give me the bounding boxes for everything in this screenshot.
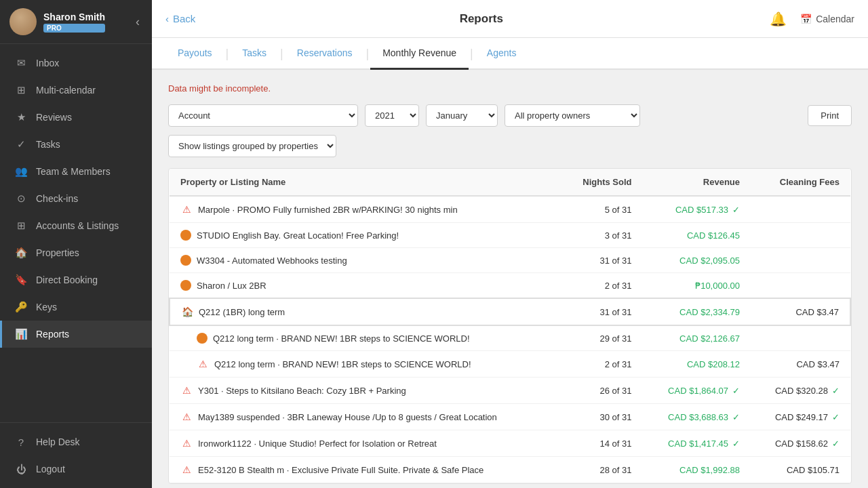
listing-name-text: May1389 suspended · 3BR Laneway House /U… — [198, 412, 497, 422]
revenue-value: CAD $2,334.79 — [679, 307, 740, 317]
nights-cell: 3 of 31 — [561, 223, 643, 248]
collapse-sidebar-button[interactable]: ‹ — [133, 12, 142, 32]
print-button[interactable]: Print — [808, 105, 852, 126]
cleaning-check-icon: ✓ — [832, 386, 840, 396]
sidebar-item-label: Tasks — [36, 139, 60, 150]
revenue-cell: CAD $126.45 — [643, 223, 751, 248]
nights-cell: 28 of 31 — [561, 457, 643, 483]
table-row: ⚠ Marpole · PROMO Fully furnished 2BR w/… — [170, 196, 850, 223]
cleaning-value: CAD $3.47 — [795, 307, 839, 317]
tab-monthly-revenue[interactable]: Monthly Revenue — [370, 38, 469, 70]
airbnb-icon — [180, 280, 191, 291]
listing-name-cell: ⚠ E52-3120 B Stealth m · Exclusive Priva… — [170, 457, 561, 483]
sidebar-item-label: Properties — [36, 247, 79, 258]
tab-reservations[interactable]: Reservations — [285, 38, 365, 70]
sidebar-item-direct-booking[interactable]: 🔖 Direct Booking — [0, 266, 152, 293]
sidebar-header: Sharon Smith PRO ‹ — [0, 0, 152, 44]
cleaning-cell — [751, 248, 850, 273]
house-icon: 🏠 — [14, 246, 28, 260]
revenue-value: CAD $208.12 — [687, 359, 740, 369]
sidebar-item-help-desk[interactable]: ? Help Desk — [0, 428, 152, 455]
user-name: Sharon Smith — [43, 12, 105, 22]
checkmark-icon: ✓ — [14, 138, 28, 151]
revenue-value: CAD $1,864.07 — [668, 386, 728, 396]
logout-icon: ⏻ — [14, 462, 28, 476]
sidebar-item-label: Inbox — [36, 58, 59, 68]
account-filter[interactable]: Account — [168, 104, 358, 127]
revenue-cell: CAD $1,417.45✓ — [643, 430, 751, 457]
sidebar-item-reports[interactable]: 📊 Reports — [0, 321, 152, 348]
revenue-cell: CAD $2,334.79 — [643, 298, 751, 325]
nights-cell: 29 of 31 — [561, 325, 643, 351]
tab-tasks[interactable]: Tasks — [230, 38, 279, 70]
revenue-cell: CAD $208.12 — [643, 351, 751, 378]
month-filter[interactable]: January February March April May June Ju… — [426, 104, 498, 127]
revenue-value: CAD $2,095.05 — [679, 256, 740, 266]
sidebar-item-inbox[interactable]: ✉ Inbox — [0, 49, 152, 77]
owner-filter[interactable]: All property owners — [505, 104, 640, 127]
sidebar-item-logout[interactable]: ⏻ Logout — [0, 455, 152, 483]
nights-cell: 5 of 31 — [561, 196, 643, 223]
listing-name-text: Sharon / Lux 2BR — [197, 281, 267, 291]
sidebar-item-label: Check-ins — [36, 193, 78, 204]
col-header-nights: Nights Sold — [561, 169, 643, 196]
table-row: 🏠 Q212 (1BR) long term 31 of 31CAD $2,33… — [170, 298, 850, 325]
sidebar-item-team-members[interactable]: 👥 Team & Members — [0, 158, 152, 185]
sidebar-footer: ? Help Desk ⏻ Logout — [0, 422, 152, 488]
notifications-button[interactable]: 🔔 — [767, 8, 789, 30]
revenue-value: CAD $1,417.45 — [668, 439, 728, 449]
sidebar-item-reviews[interactable]: ★ Reviews — [0, 104, 152, 131]
nights-cell: 31 of 31 — [561, 298, 643, 325]
table-row: Q212 long term · BRAND NEW! 1BR steps to… — [170, 325, 850, 351]
inbox-icon: ✉ — [14, 56, 28, 70]
listing-name-text: Q212 long term · BRAND NEW! 1BR steps to… — [213, 333, 470, 344]
table-row: ⚠ E52-3120 B Stealth m · Exclusive Priva… — [170, 457, 850, 483]
tab-agents[interactable]: Agents — [475, 38, 529, 70]
tab-payouts[interactable]: Payouts — [165, 38, 224, 70]
listing-name-cell: ⚠ Q212 long term · BRAND NEW! 1BR steps … — [170, 351, 561, 378]
sidebar-item-accounts-listings[interactable]: ⊞ Accounts & Listings — [0, 212, 152, 239]
sidebar-item-label: Direct Booking — [36, 274, 98, 285]
nights-cell: 14 of 31 — [561, 430, 643, 457]
listing-name-text: STUDIO English Bay. Great Location! Free… — [197, 230, 399, 241]
sidebar-item-multi-calendar[interactable]: ⊞ Multi-calendar — [0, 77, 152, 104]
cleaning-cell — [751, 196, 850, 223]
cleaning-value: CAD $105.71 — [787, 465, 840, 475]
cleaning-cell — [751, 273, 850, 299]
back-label: Back — [173, 13, 195, 24]
sidebar-item-properties[interactable]: 🏠 Properties — [0, 239, 152, 266]
sidebar-item-keys[interactable]: 🔑 Keys — [0, 293, 152, 321]
cleaning-cell — [751, 325, 850, 351]
sidebar-item-tasks[interactable]: ✓ Tasks — [0, 131, 152, 158]
table-row: ⚠ May1389 suspended · 3BR Laneway House … — [170, 404, 850, 430]
year-filter[interactable]: 2021 2020 2019 — [365, 104, 419, 127]
revenue-value: ₱10,000.00 — [695, 281, 740, 291]
cleaning-value: CAD $158.62 — [775, 439, 828, 449]
page-title: Reports — [460, 12, 503, 26]
groupby-filter[interactable]: Show listings grouped by properties — [168, 135, 336, 157]
table-row: W3304 - Automated Webhooks testing 31 of… — [170, 248, 850, 273]
content-area: Data might be incomplete. Account 2021 2… — [152, 70, 868, 488]
back-arrow-icon: ‹ — [165, 13, 169, 24]
revenue-value: CAD $517.33 — [675, 205, 728, 215]
warning-icon: ⚠ — [180, 411, 193, 423]
revenue-value: CAD $3,688.63 — [668, 412, 728, 422]
revenue-value: CAD $2,126.67 — [679, 333, 740, 344]
sidebar-item-check-ins[interactable]: ⊙ Check-ins — [0, 185, 152, 212]
revenue-check-icon: ✓ — [732, 386, 740, 396]
cleaning-value: CAD $3.47 — [796, 359, 840, 369]
table-row: ⚠ Ironwork1122 · Unique Studio! Perfect … — [170, 430, 850, 457]
sidebar-item-label: Logout — [36, 464, 65, 474]
back-button[interactable]: ‹ Back — [165, 13, 195, 24]
listing-name-text: Y301 · Steps to Kitsilano Beach: Cozy 1B… — [198, 386, 406, 396]
calendar-button[interactable]: 📅 Calendar — [800, 14, 854, 24]
booking-icon: 🔖 — [14, 273, 28, 287]
cleaning-cell: CAD $105.71 — [751, 457, 850, 483]
nights-cell: 26 of 31 — [561, 378, 643, 404]
calendar-icon: 📅 — [800, 14, 812, 24]
tab-divider-4: | — [469, 47, 475, 60]
warning-icon: ⚠ — [180, 464, 193, 476]
warning-icon: ⚠ — [180, 203, 193, 216]
cleaning-check-icon: ✓ — [832, 412, 840, 422]
warning-message: Data might be incomplete. — [168, 83, 852, 94]
